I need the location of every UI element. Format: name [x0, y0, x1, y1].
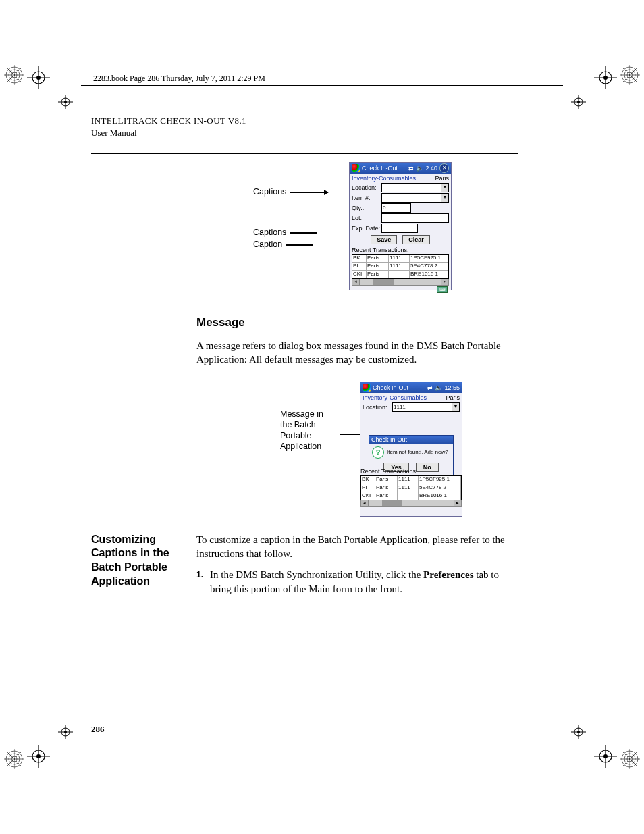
window-title: Check In-Out: [373, 384, 408, 391]
step-item: 1. In the DMS Batch Synchronization Util…: [196, 568, 520, 596]
svg-point-47: [64, 101, 67, 103]
table-row[interactable]: PIParis11115E4C778 2: [352, 263, 448, 271]
registration-mark-icon: [27, 66, 50, 89]
window-title: Check In-Out: [362, 165, 398, 172]
figure-captions: Captions Captions Caption Check In-Out ⇄…: [91, 162, 564, 297]
section-heading-message: Message: [196, 316, 564, 330]
registration-mark-icon: [594, 66, 617, 89]
table-row[interactable]: BKParis11111P5CF925 1: [361, 476, 461, 484]
expdate-label: Exp. Date:: [352, 225, 381, 232]
horizontal-scrollbar[interactable]: ◂▸: [352, 279, 449, 286]
dialog-message: Item not found. Add new?: [387, 449, 448, 455]
svg-point-35: [603, 76, 608, 80]
recent-transactions-table: BKParis11111P5CF925 1 PIParis11115E4C778…: [360, 475, 462, 500]
registration-mark-small-icon: [58, 725, 73, 739]
recent-transactions-table: BKParis11111P5CF925 1 PIParis11115E4C778…: [352, 254, 449, 279]
item-input[interactable]: [381, 193, 441, 203]
svg-point-31: [36, 76, 41, 80]
footer-rule: [91, 719, 518, 719]
callout-label: the Batch: [280, 419, 342, 430]
lot-input[interactable]: [381, 213, 449, 223]
breadcrumb[interactable]: Inventory-Consumables: [363, 394, 427, 401]
line-icon: [290, 232, 317, 234]
dropdown-icon[interactable]: ▼: [452, 402, 460, 412]
site-label: Paris: [435, 175, 449, 182]
location-input[interactable]: 1111: [392, 402, 452, 412]
registration-mark-icon: [594, 745, 617, 768]
callout-label: Application: [280, 441, 342, 452]
site-label: Paris: [446, 394, 460, 401]
callout-label: Message in: [280, 409, 342, 419]
sip-keyboard-icon[interactable]: ⌨: [437, 286, 448, 293]
intro-paragraph: To customize a caption in the Batch Port…: [196, 533, 520, 561]
clear-button[interactable]: Clear: [402, 235, 430, 244]
expdate-input[interactable]: [381, 224, 418, 233]
svg-point-39: [36, 754, 41, 758]
qty-input[interactable]: 0: [381, 203, 411, 213]
header-rule: [91, 153, 518, 154]
svg-point-43: [603, 754, 608, 758]
crop-rule-top: 2283.book Page 286 Thursday, July 7, 201…: [81, 85, 563, 86]
table-row[interactable]: CKIParisBRE1016 1: [352, 271, 448, 278]
side-heading-customizing: Customizing Captions in the Batch Portab…: [91, 533, 180, 596]
qty-label: Qty.:: [352, 205, 381, 211]
svg-point-59: [577, 731, 580, 733]
svg-point-55: [64, 731, 67, 733]
step-text: In the DMS Batch Synchronization Utility…: [210, 568, 520, 596]
page-number: 286: [91, 724, 105, 735]
save-button[interactable]: Save: [371, 235, 397, 244]
step-number: 1.: [196, 568, 203, 596]
rosette-icon: [620, 65, 640, 85]
callout-label: Caption: [253, 240, 282, 250]
figure-message: Message in the Batch Portable Applicatio…: [91, 377, 564, 519]
screenshot-message-dialog: Check In-Out ⇄🔈12:55 Inventory-Consumabl…: [360, 382, 462, 517]
rosette-icon: [4, 65, 24, 85]
callout-label: Portable: [280, 430, 342, 441]
signal-icon: ⇄: [427, 384, 433, 391]
lot-label: Lot:: [352, 215, 381, 221]
registration-mark-small-icon: [571, 95, 586, 109]
item-label: Item #:: [352, 194, 381, 201]
callout-label: Captions: [253, 188, 286, 197]
question-icon: ?: [372, 446, 384, 459]
recent-transactions-label: Recent Transactions:: [352, 246, 449, 253]
breadcrumb[interactable]: Inventory-Consumables: [352, 175, 416, 182]
registration-mark-small-icon: [58, 95, 73, 109]
location-label: Location:: [352, 184, 381, 191]
dialog-title: Check In-Out: [369, 436, 453, 444]
clock-text: 12:55: [444, 384, 460, 391]
line-icon: [286, 244, 313, 246]
table-row[interactable]: CKIParisBRE1016 1: [361, 492, 461, 500]
speaker-icon: 🔈: [435, 384, 442, 391]
crop-label: 2283.book Page 286 Thursday, July 7, 201…: [93, 74, 265, 84]
rosette-icon: [4, 749, 24, 769]
registration-mark-icon: [27, 745, 50, 768]
window-titlebar: Check In-Out ⇄🔈12:55: [360, 382, 462, 393]
registration-mark-small-icon: [571, 725, 586, 739]
running-head-sub: User Manual: [91, 127, 564, 139]
location-label: Location:: [363, 404, 392, 411]
table-row[interactable]: BKParis11111P5CF925 1: [352, 255, 448, 263]
message-paragraph: A message refers to dialog box messages …: [196, 339, 514, 367]
svg-point-51: [577, 101, 580, 103]
windows-logo-icon: [352, 164, 360, 172]
screenshot-check-in-out: Check In-Out ⇄🔈2:40✕ Inventory-Consumabl…: [349, 162, 452, 290]
running-head: INTELLITRACK CHECK IN-OUT V8.1 User Manu…: [91, 115, 564, 138]
table-row[interactable]: PIParis11115E4C778 2: [361, 484, 461, 492]
dropdown-icon[interactable]: ▼: [441, 183, 449, 192]
callout-label: Captions: [253, 228, 286, 238]
recent-transactions-label: Recent Transactions:: [360, 468, 462, 475]
signal-icon: ⇄: [408, 165, 414, 172]
horizontal-scrollbar[interactable]: ◂▸: [360, 500, 462, 507]
product-name: INTELLITRACK CHECK IN-OUT V8.1: [91, 115, 246, 126]
rosette-icon: [620, 749, 640, 769]
dropdown-icon[interactable]: ▼: [441, 193, 449, 203]
clock-text: 2:40: [425, 165, 437, 172]
location-input[interactable]: [381, 183, 441, 192]
speaker-icon: 🔈: [416, 165, 423, 172]
windows-logo-icon: [363, 384, 371, 392]
window-titlebar: Check In-Out ⇄🔈2:40✕: [350, 163, 451, 174]
close-icon[interactable]: ✕: [439, 163, 449, 173]
arrow-icon: [290, 192, 328, 193]
